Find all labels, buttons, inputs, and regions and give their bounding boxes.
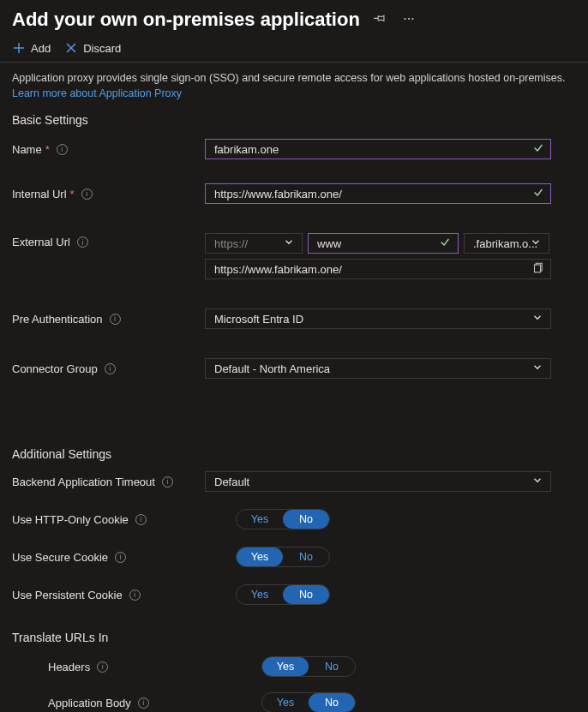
- persistent-cookie-label: Use Persistent Cookie i: [12, 589, 205, 601]
- toggle-no[interactable]: No: [283, 510, 329, 529]
- secure-cookie-label: Use Secure Cookie i: [12, 551, 205, 564]
- external-subdomain-input[interactable]: www: [308, 233, 459, 254]
- info-icon[interactable]: i: [115, 552, 126, 563]
- app-body-label: Application Body i: [12, 697, 205, 709]
- svg-point-1: [408, 17, 410, 19]
- copy-icon[interactable]: [531, 262, 543, 277]
- chevron-down-icon: [283, 236, 295, 251]
- backend-timeout-select[interactable]: Default: [205, 471, 551, 492]
- persistent-cookie-toggle[interactable]: Yes No: [236, 584, 330, 605]
- name-label: Name* i: [12, 143, 205, 156]
- info-icon[interactable]: i: [105, 363, 116, 374]
- info-icon[interactable]: i: [81, 188, 93, 200]
- info-icon[interactable]: i: [77, 236, 88, 248]
- toggle-yes[interactable]: Yes: [237, 547, 283, 566]
- toggle-yes[interactable]: Yes: [262, 693, 309, 712]
- toggle-yes[interactable]: Yes: [262, 657, 309, 676]
- info-icon[interactable]: i: [138, 697, 149, 709]
- add-label: Add: [31, 42, 51, 55]
- connector-group-label: Connector Group i: [12, 362, 205, 375]
- translate-heading: Translate URLs In: [0, 613, 588, 644]
- pre-auth-label: Pre Authentication i: [12, 313, 205, 326]
- internal-url-label: Internal Url* i: [12, 188, 205, 200]
- external-url-readonly: https://www.fabrikam.one/: [205, 259, 551, 279]
- toggle-no[interactable]: No: [309, 693, 355, 712]
- chevron-down-icon: [531, 312, 543, 326]
- info-icon[interactable]: i: [97, 661, 108, 673]
- chevron-down-icon: [531, 362, 543, 376]
- headers-label: Headers i: [12, 661, 205, 673]
- info-icon[interactable]: i: [57, 144, 68, 155]
- toggle-yes[interactable]: Yes: [237, 585, 283, 604]
- check-icon: [439, 236, 451, 251]
- add-button[interactable]: Add: [12, 41, 51, 55]
- info-icon[interactable]: i: [129, 589, 141, 601]
- external-domain-select[interactable]: .fabrikam.o...: [464, 233, 549, 254]
- chevron-down-icon: [530, 236, 542, 251]
- backend-timeout-label: Backend Application Timeout i: [12, 476, 205, 488]
- additional-settings-heading: Additional Settings: [0, 387, 588, 463]
- svg-rect-7: [535, 265, 541, 272]
- headers-toggle[interactable]: Yes No: [261, 656, 356, 677]
- basic-settings-heading: Basic Settings: [0, 106, 588, 130]
- pin-icon[interactable]: [370, 9, 389, 31]
- svg-point-2: [411, 17, 413, 19]
- discard-button[interactable]: Discard: [64, 41, 121, 55]
- discard-label: Discard: [83, 42, 121, 55]
- chevron-down-icon: [531, 475, 543, 489]
- external-protocol-select[interactable]: https://: [205, 233, 303, 254]
- connector-group-select[interactable]: Default - North America: [205, 358, 551, 379]
- name-input[interactable]: [205, 139, 551, 159]
- learn-more-link[interactable]: Learn more about Application Proxy: [12, 87, 182, 99]
- svg-point-0: [404, 17, 405, 19]
- external-url-label: External Url i: [12, 233, 205, 248]
- info-icon[interactable]: i: [135, 514, 147, 525]
- info-icon[interactable]: i: [162, 476, 173, 488]
- secure-cookie-toggle[interactable]: Yes No: [236, 547, 330, 567]
- info-icon[interactable]: i: [110, 314, 121, 325]
- page-title: Add your own on-premises application: [12, 9, 360, 31]
- toggle-yes[interactable]: Yes: [237, 510, 283, 529]
- toggle-no[interactable]: No: [283, 547, 329, 566]
- pre-auth-select[interactable]: Microsoft Entra ID: [205, 308, 551, 329]
- toggle-no[interactable]: No: [309, 657, 355, 676]
- http-only-label: Use HTTP-Only Cookie i: [12, 513, 205, 526]
- app-body-toggle[interactable]: Yes No: [261, 692, 356, 712]
- internal-url-input[interactable]: [205, 183, 551, 204]
- http-only-toggle[interactable]: Yes No: [236, 509, 330, 530]
- description-text: Application proxy provides single sign-o…: [0, 63, 588, 106]
- toggle-no[interactable]: No: [283, 585, 329, 604]
- more-icon[interactable]: [399, 9, 418, 31]
